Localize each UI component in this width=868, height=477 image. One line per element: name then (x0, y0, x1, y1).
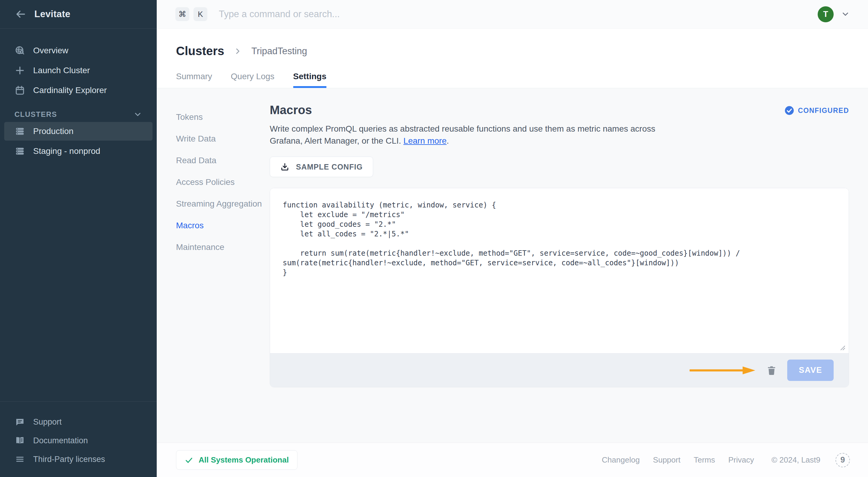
sidebar-item-support[interactable]: Support (0, 413, 157, 431)
macros-description: Write complex PromQL queries as abstract… (270, 123, 683, 147)
tab-summary[interactable]: Summary (176, 72, 212, 88)
chevron-down-icon[interactable] (841, 10, 850, 19)
sidebar-item-label: Cardinality Explorer (33, 86, 107, 95)
tab-bar: Summary Query Logs Settings (176, 72, 868, 88)
description-line-2: Grafana, Alert Manager, or the CLI. (270, 136, 401, 145)
settings-nav-tokens[interactable]: Tokens (176, 106, 270, 128)
back-arrow-icon[interactable] (14, 8, 27, 20)
server-stack-icon (14, 146, 25, 156)
chevron-right-icon (233, 47, 242, 56)
book-icon (14, 436, 25, 445)
system-status-badge[interactable]: All Systems Operational (176, 450, 298, 470)
settings-nav-maintenance[interactable]: Maintenance (176, 236, 270, 258)
sidebar-item-label: Support (33, 417, 62, 427)
system-status-label: All Systems Operational (198, 455, 289, 465)
clusters-section-header[interactable]: CLUSTERS (4, 110, 153, 119)
tab-settings[interactable]: Settings (293, 72, 327, 88)
server-stack-icon (14, 126, 25, 136)
last9-logo: 9 (835, 453, 850, 467)
editor-footer: SAVE (270, 353, 849, 387)
macros-code-editor[interactable]: function availability (metric, window, s… (270, 188, 849, 353)
configured-badge: CONFIGURED (784, 106, 849, 115)
sidebar-bottom-nav: Support Documentation Third-Party licens… (0, 401, 157, 477)
sidebar-item-label: Documentation (33, 436, 88, 445)
settings-content: Tokens Write Data Read Data Access Polic… (157, 88, 868, 443)
sidebar-item-label: Production (33, 127, 73, 136)
annotation-arrow (689, 366, 756, 375)
breadcrumb-current: TripadTesting (251, 46, 307, 57)
sidebar-item-label: Third-Party licenses (33, 455, 105, 464)
copyright-text: © 2024, Last9 (772, 455, 820, 465)
macros-editor-card: function availability (metric, window, s… (270, 188, 849, 387)
chevron-down-icon (133, 110, 142, 119)
description-line-1: Write complex PromQL queries as abstract… (270, 124, 655, 133)
sidebar-item-cluster-production[interactable]: Production (4, 122, 153, 141)
sidebar-header: Levitate (0, 0, 157, 29)
footer-link-privacy[interactable]: Privacy (728, 455, 754, 465)
avatar[interactable]: T (818, 6, 834, 22)
check-icon (185, 456, 193, 464)
settings-nav-macros[interactable]: Macros (176, 215, 270, 236)
learn-more-link[interactable]: Learn more (404, 136, 447, 145)
footer-links: Changelog Support Terms Privacy © 2024, … (602, 453, 850, 467)
macros-panel: Macros CONFIGURED Write complex PromQL q… (270, 88, 868, 443)
sample-config-label: SAMPLE CONFIG (296, 163, 363, 171)
settings-nav-write-data[interactable]: Write Data (176, 128, 270, 150)
footer-link-changelog[interactable]: Changelog (602, 455, 640, 465)
main-area: ⌘ K T Clusters TripadTesting Summary Que… (157, 0, 868, 477)
page-title: Macros (270, 103, 312, 117)
check-circle-icon (784, 106, 794, 115)
page-footer: All Systems Operational Changelog Suppor… (157, 443, 868, 477)
sidebar-item-label: Launch Cluster (33, 66, 90, 75)
clusters-section-label: CLUSTERS (14, 110, 57, 118)
description-period: . (447, 136, 449, 145)
save-button[interactable]: SAVE (787, 360, 834, 381)
sidebar-item-cluster-staging[interactable]: Staging - nonprod (4, 142, 153, 161)
configured-badge-label: CONFIGURED (798, 107, 849, 115)
sidebar-item-cardinality-explorer[interactable]: Cardinality Explorer (4, 81, 153, 100)
brand-title: Levitate (34, 9, 70, 20)
plus-icon (14, 65, 25, 76)
tab-query-logs[interactable]: Query Logs (231, 72, 275, 88)
calendar-icon (14, 85, 25, 96)
breadcrumb: Clusters TripadTesting (176, 44, 868, 58)
breadcrumb-clusters[interactable]: Clusters (176, 44, 224, 58)
sidebar-item-label: Staging - nonprod (33, 146, 100, 156)
sidebar-item-launch-cluster[interactable]: Launch Cluster (4, 61, 153, 80)
sidebar-item-documentation[interactable]: Documentation (0, 431, 157, 450)
download-icon (280, 162, 289, 171)
sample-config-button[interactable]: SAMPLE CONFIG (270, 157, 373, 177)
sidebar: Levitate Overview Launch Cluster Cardina… (0, 0, 157, 477)
globe-search-icon (14, 45, 25, 56)
footer-link-terms[interactable]: Terms (694, 455, 715, 465)
settings-nav: Tokens Write Data Read Data Access Polic… (157, 88, 270, 443)
sidebar-nav: Overview Launch Cluster Cardinality Expl… (0, 29, 157, 162)
footer-link-support[interactable]: Support (653, 455, 681, 465)
settings-nav-streaming-aggregation[interactable]: Streaming Aggregation (176, 193, 270, 215)
command-search-input[interactable] (219, 9, 813, 20)
command-bar: ⌘ K T (157, 0, 868, 29)
k-keycap: K (193, 7, 207, 21)
chat-icon (14, 417, 25, 427)
page-header: Clusters TripadTesting Summary Query Log… (157, 29, 868, 88)
lines-icon (14, 454, 25, 464)
sidebar-item-third-party-licenses[interactable]: Third-Party licenses (0, 450, 157, 469)
cmd-keycap: ⌘ (176, 7, 189, 21)
sidebar-item-label: Overview (33, 46, 68, 56)
settings-nav-read-data[interactable]: Read Data (176, 150, 270, 171)
sidebar-item-overview[interactable]: Overview (4, 41, 153, 60)
delete-macro-button[interactable] (766, 365, 777, 376)
resize-grip-icon[interactable] (838, 344, 846, 351)
settings-nav-access-policies[interactable]: Access Policies (176, 171, 270, 193)
